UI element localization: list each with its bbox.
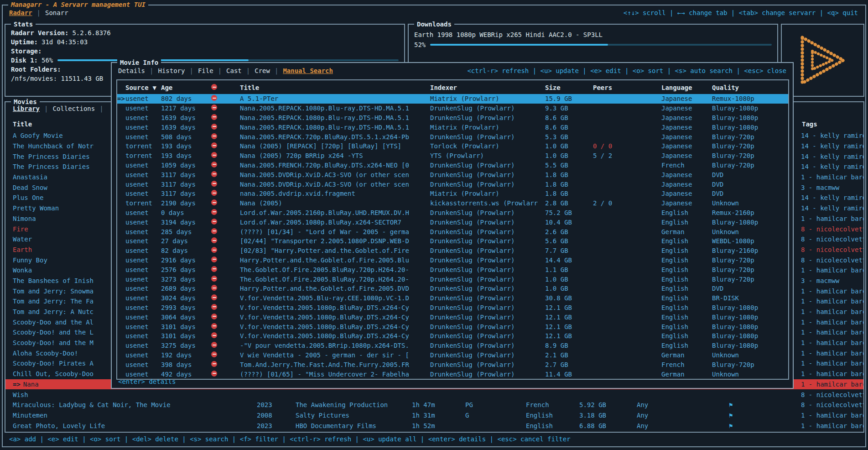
release-row[interactable]: torrent 193 days Nana (2005) [REPACK] [7…	[117, 141, 788, 151]
movies-tab[interactable]: Library	[13, 105, 40, 112]
release-row[interactable]: usenet 3275 days -"V pour vendetta.2005.…	[117, 341, 788, 351]
monitored-flag-icon	[729, 401, 801, 408]
release-row[interactable]: usenet 0 days Lord.of.War.2005.2160p.Blu…	[117, 208, 788, 218]
release-language: English	[661, 237, 712, 245]
movie-info-modal: Movie Info Details History File Cast Cre…	[111, 62, 794, 389]
movie-row[interactable]: Minutemen 2008 Salty Pictures 1h 31m G E…	[5, 410, 863, 421]
release-row[interactable]: usenet 2916 days Harry.Potter.and.the.Go…	[117, 256, 788, 265]
rejected-icon	[211, 219, 217, 225]
release-quality: Bluray-2160p	[712, 247, 788, 254]
release-age: 3101 days	[161, 323, 211, 330]
release-row[interactable]: usenet 3273 days The.Goblet.Of.Fire.2005…	[117, 274, 788, 284]
release-size: 1.0 GB	[545, 152, 593, 159]
movie-title: Earth	[13, 246, 32, 253]
rejected-icon	[211, 342, 217, 348]
release-age: 3064 days	[161, 314, 211, 321]
rejected-icon	[211, 361, 217, 367]
selection-arrow: =>	[117, 95, 125, 102]
release-age: 27 days	[161, 237, 211, 245]
release-title: -"V pour vendetta.2005.BRrip.1080p.x264-…	[240, 342, 430, 349]
modal-tab[interactable]: File	[185, 67, 213, 74]
release-age: 192 days	[161, 351, 211, 359]
release-language: Japanese	[661, 171, 712, 178]
release-row[interactable]: usenet 3194 days Lord.of.War.2005.1080p.…	[117, 217, 788, 227]
release-row[interactable]: usenet 1059 days Nana.2005.FRENCH.720p.B…	[117, 161, 788, 170]
title-column-header: Title	[240, 84, 430, 91]
release-quality: Bluray-1080p	[712, 105, 788, 112]
release-row[interactable]: usenet 3101 days V.for.Vendetta.2005.108…	[117, 322, 788, 331]
release-row[interactable]: usenet 285 days (????) [01/34] - "Lord o…	[117, 227, 788, 236]
download-progress-gauge	[430, 44, 772, 46]
modal-title: Movie Info	[117, 58, 161, 67]
release-row[interactable]: usenet 398 days Tom.And.Jerry.The.Fast.A…	[117, 360, 788, 369]
movies-tab[interactable]: Collections	[40, 105, 104, 112]
release-row[interactable]: usenet 3117 days Nana.2005.DVDRip.XviD.A…	[117, 170, 788, 179]
release-row[interactable]: usenet 2993 days V.for.Vendetta.2005.108…	[117, 303, 788, 313]
release-row[interactable]: usenet 1217 days Nana.2005.REPACK.1080p.…	[117, 104, 788, 113]
movie-title: Scooby-Doo! and the L	[13, 329, 94, 336]
movie-runtime: 1h 47m	[412, 401, 465, 408]
movie-row[interactable]: Miraculous: Ladybug & Cat Noir, The Movi…	[5, 400, 863, 410]
release-age: 3101 days	[161, 332, 211, 340]
release-indexer: DrunkenSlug (Prowlarr)	[430, 266, 545, 273]
movie-tag: 1 - hamilcar_barca	[801, 288, 863, 295]
release-row[interactable]: torrent 2190 days Nana (2005) kickasstor…	[117, 199, 788, 208]
modal-tab[interactable]: Crew	[242, 67, 270, 74]
release-row[interactable]: usenet 508 days Nana.2005.REPACK.720p.Bl…	[117, 132, 788, 141]
servarr-tab[interactable]: Sonarr	[32, 9, 68, 16]
release-row[interactable]: usenet 3101 days V.for.Vendetta.2005.108…	[117, 331, 788, 341]
movie-title: Fire	[13, 225, 28, 233]
release-row[interactable]: usenet 3117 days nana.2005.dvdrip.xvid.f…	[117, 189, 788, 199]
movie-title: The Princess Diaries	[13, 163, 90, 170]
rejected-icon	[211, 237, 217, 243]
release-source: usenet	[125, 285, 161, 292]
release-indexer: DrunkenSlug (Prowlarr)	[430, 285, 545, 292]
release-title: [02/83] "Harry.Potter.and.the.Goblet.of.…	[240, 247, 430, 254]
movie-row[interactable]: Wish 8 - nicolecolvett	[5, 389, 863, 400]
rejected-icon	[211, 266, 217, 272]
release-row[interactable]: usenet 192 days V wie Vendetta - 2005 - …	[117, 351, 788, 360]
release-age: 3117 days	[161, 181, 211, 188]
modal-tab[interactable]: Details	[118, 67, 145, 74]
movie-row[interactable]: Great Photo, Lovely Life 2023 HBO Docume…	[5, 420, 863, 431]
release-title: Tom.And.Jerry.The.Fast.And.The.Furry.200…	[240, 361, 430, 368]
release-row[interactable]: usenet 492 days (????) [01/65] - "Miss U…	[117, 369, 788, 379]
release-age: 3117 days	[161, 190, 211, 197]
servarr-tab[interactable]: Radarr	[9, 9, 32, 16]
modal-tab[interactable]: Cast	[213, 67, 242, 74]
movie-runtime: 1h 52m	[412, 422, 465, 429]
release-row[interactable]: => usenet 802 days A 5.1-PTer Miatrix (P…	[117, 94, 788, 104]
movie-tag: 1 - hamilcar_barca	[801, 308, 863, 315]
movie-title: Chill Out, Scooby-Doo	[13, 370, 94, 377]
release-row[interactable]: usenet 3064 days V.for.Vendetta.2005.108…	[117, 312, 788, 322]
release-row[interactable]: usenet 2576 days The.Goblet.Of.Fire.2005…	[117, 265, 788, 274]
release-row[interactable]: usenet 1639 days Nana.2005.REPACK.1080p.…	[117, 113, 788, 123]
release-quality: Bluray-720p	[712, 266, 788, 273]
release-source: usenet	[125, 247, 161, 254]
release-row[interactable]: usenet 27 days [02/44] "Transporter 2.20…	[117, 236, 788, 246]
movie-title: Minutemen	[13, 412, 47, 419]
release-row[interactable]: usenet 82 days [02/83] "Harry.Potter.and…	[117, 246, 788, 256]
release-source: usenet	[125, 314, 161, 321]
release-language: English	[661, 314, 712, 321]
modal-tab[interactable]: Manual Search	[270, 67, 333, 74]
release-age: 508 days	[161, 133, 211, 141]
release-indexer: DrunkenSlug (Prowlarr)	[430, 209, 545, 216]
rejected-icon	[211, 171, 217, 177]
release-age: 2190 days	[161, 199, 211, 207]
release-source: usenet	[125, 171, 161, 178]
release-language: English	[661, 209, 712, 216]
release-source: usenet	[125, 294, 161, 302]
release-title: Nana (2005) [REPACK] [720p] [BluRay] [YT…	[240, 142, 430, 150]
release-row[interactable]: usenet 3117 days Nana.2005.DVDRip.XviD.A…	[117, 179, 788, 189]
release-size: 5.5 GB	[545, 162, 593, 169]
release-source: usenet	[125, 351, 161, 359]
modal-tab[interactable]: History	[145, 67, 185, 74]
release-row[interactable]: usenet 1639 days Nana.2005.REPACK.1080p.…	[117, 122, 788, 132]
release-row[interactable]: usenet 2689 days Harry.Potter.and.the.Go…	[117, 284, 788, 293]
release-row[interactable]: torrent 193 days Nana (2005) 720p BRRip …	[117, 151, 788, 161]
movie-tag: 8 - nicolecolvett	[801, 256, 863, 264]
release-title: Nana.2005.REPACK.1080p.Blu-ray.DTS-HD.MA…	[240, 105, 430, 112]
release-row[interactable]: usenet 3024 days V.for.Vendetta.2005.Blu…	[117, 293, 788, 303]
release-source: usenet	[125, 266, 161, 273]
